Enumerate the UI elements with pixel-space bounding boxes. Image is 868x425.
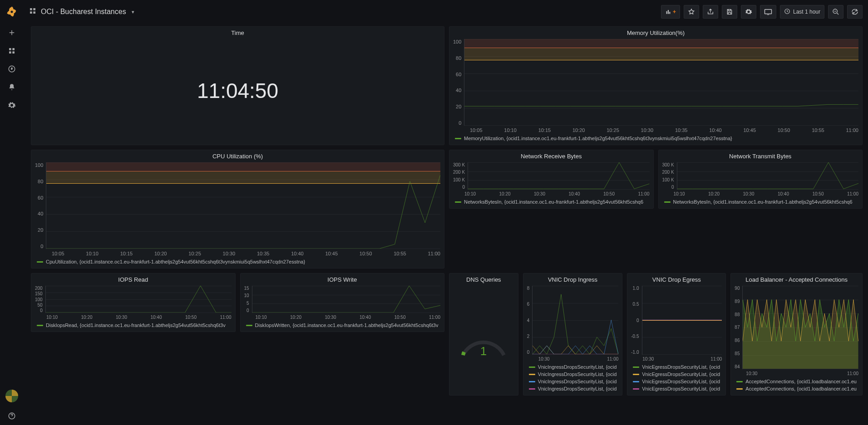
save-button[interactable]: [722, 5, 737, 19]
chevron-down-icon: ▾: [132, 9, 134, 15]
chart-plot[interactable]: [468, 162, 649, 190]
gauge: 1: [453, 286, 514, 392]
x-axis: 10:3011:00: [735, 369, 858, 376]
svg-rect-4: [12, 51, 15, 54]
refresh-button[interactable]: [847, 5, 863, 19]
svg-rect-2: [12, 48, 15, 50]
panel-time[interactable]: Time 11:04:50: [31, 26, 444, 145]
chart-plot[interactable]: [46, 162, 440, 249]
add-panel-button[interactable]: +: [661, 5, 680, 19]
y-axis: 90898887868584: [735, 286, 742, 369]
panel-net-transmit[interactable]: Network Transmit Bytes 300 K200 K100 K0 …: [658, 150, 863, 209]
legend: AcceptedConnections, {ocid1.loadbalancer…: [735, 376, 858, 392]
svg-rect-9: [30, 11, 32, 14]
panel-title: Network Receive Bytes: [449, 150, 653, 161]
chart-plot[interactable]: [532, 286, 618, 355]
help-icon[interactable]: [0, 407, 24, 425]
x-axis: 10:1010:2010:3010:4010:5011:00: [453, 190, 650, 196]
legend: DiskIopsRead, {ocid1.instance.oc1.eu-fra…: [35, 320, 232, 329]
panel-title: Time: [31, 27, 444, 37]
y-axis: 151050: [244, 286, 252, 313]
explore-icon[interactable]: [0, 60, 24, 78]
svg-rect-8: [33, 8, 35, 10]
panel-title: Network Transmit Bytes: [659, 150, 863, 161]
x-axis: 10:1010:2010:3010:4010:5011:00: [244, 313, 441, 320]
dashboard-grid: Time 11:04:50 Memory Utilization(%) 1008…: [31, 26, 863, 420]
grafana-logo-icon[interactable]: [0, 0, 24, 24]
time-range-label: Last 1 hour: [793, 9, 820, 15]
gauge-value: 1: [480, 344, 487, 358]
x-axis: 10:3011:00: [527, 355, 619, 361]
svg-rect-1: [9, 48, 11, 50]
chart-plot[interactable]: [677, 162, 858, 190]
panel-load-balancer[interactable]: Load Balancer - Accepted Connections 908…: [730, 273, 863, 396]
panel-dns-queries[interactable]: DNS Queries 1: [449, 273, 518, 396]
cycle-view-button[interactable]: [760, 5, 776, 19]
svg-point-0: [10, 10, 13, 13]
panel-vnic-egress[interactable]: VNIC Drop Egress 1.00.50-0.5-1.0 10:3011…: [627, 273, 726, 396]
legend: MemoryUtilization, {ocid1.instance.oc1.e…: [453, 133, 858, 142]
x-axis: 10:1010:2010:3010:4010:5011:00: [35, 313, 232, 320]
panel-title: VNIC Drop Ingress: [523, 274, 622, 284]
y-axis: 86420: [527, 286, 533, 355]
configuration-icon[interactable]: [0, 96, 24, 114]
svg-rect-14: [764, 10, 771, 14]
y-axis: 100806040200: [453, 39, 464, 126]
topbar: OCI - Bucharest Instances ▾ + Last 1 hou…: [24, 0, 868, 24]
chart-plot[interactable]: [45, 286, 232, 313]
dashboard-title: OCI - Bucharest Instances: [41, 8, 126, 16]
chart-plot[interactable]: [464, 39, 858, 126]
panel-net-receive[interactable]: Network Receive Bytes 300 K200 K100 K0 1…: [449, 150, 654, 209]
clock-value: 11:04:50: [35, 39, 440, 142]
chart-plot[interactable]: [742, 286, 858, 369]
dashboard-title-button[interactable]: OCI - Bucharest Instances ▾: [29, 7, 134, 16]
dashboards-icon[interactable]: [0, 42, 24, 60]
star-button[interactable]: [684, 5, 699, 19]
chart-plot[interactable]: [642, 286, 722, 355]
legend: CpuUtilization, {ocid1.instance.oc1.eu-f…: [35, 256, 440, 265]
y-axis: 1.00.50-0.5-1.0: [631, 286, 641, 355]
x-axis: 10:0510:1010:1510:2010:2510:3010:3510:40…: [453, 126, 858, 133]
svg-rect-12: [668, 10, 669, 14]
legend: VnicIngressDropsSecurityList, {ocidVnicI…: [527, 361, 619, 392]
svg-rect-11: [666, 11, 667, 14]
panel-title: CPU Utilization (%): [31, 150, 444, 161]
right-col-row2: Network Receive Bytes 300 K200 K100 K0 1…: [449, 150, 863, 269]
panel-memory[interactable]: Memory Utilization(%) 100806040200 10:05…: [449, 26, 863, 145]
panel-title: IOPS Write: [241, 274, 444, 284]
legend: VnicEgressDropsSecurityList, {ocidVnicEg…: [631, 361, 722, 392]
svg-rect-13: [669, 12, 670, 14]
alerting-icon[interactable]: [0, 78, 24, 96]
svg-rect-3: [9, 51, 11, 54]
y-axis: 300 K200 K100 K0: [662, 162, 677, 190]
create-icon[interactable]: [0, 24, 24, 42]
panel-title: Load Balancer - Accepted Connections: [731, 274, 862, 284]
time-range-button[interactable]: Last 1 hour: [780, 5, 824, 19]
share-button[interactable]: [703, 5, 718, 19]
panel-iops-read[interactable]: IOPS Read 200150100500 10:1010:2010:3010…: [31, 273, 236, 332]
panel-title: IOPS Read: [31, 274, 235, 284]
legend: NetworksBytesIn, {ocid1.instance.oc1.eu-…: [662, 196, 859, 205]
x-axis: 10:0510:1010:1510:2010:2510:3010:3510:40…: [35, 249, 440, 256]
legend: DiskIopsWritten, {ocid1.instance.oc1.eu-…: [244, 320, 441, 329]
settings-button[interactable]: [741, 5, 756, 19]
avatar[interactable]: [5, 390, 18, 402]
x-axis: 10:3011:00: [631, 355, 722, 361]
legend: NetworksBytesIn, {ocid1.instance.oc1.eu-…: [453, 196, 650, 205]
clock-icon: [784, 8, 790, 16]
svg-rect-7: [30, 8, 32, 10]
panel-vnic-ingress[interactable]: VNIC Drop Ingress 86420 10:3011:00 VnicI…: [523, 273, 623, 396]
svg-rect-10: [33, 11, 35, 14]
y-axis: 200150100500: [35, 286, 45, 313]
panel-iops-write[interactable]: IOPS Write 151050 10:1010:2010:3010:4010…: [240, 273, 445, 332]
chart-plot[interactable]: [252, 286, 440, 313]
x-axis: 10:1010:2010:3010:4010:5011:00: [662, 190, 859, 196]
panel-cpu[interactable]: CPU Utilization (%) 100806040200 10:0510…: [31, 150, 444, 269]
zoom-out-button[interactable]: [828, 5, 843, 19]
panel-title: VNIC Drop Egress: [627, 274, 725, 284]
left-nav: [0, 0, 24, 425]
panel-title: Memory Utilization(%): [449, 27, 862, 37]
dashboard-grid-icon: [29, 7, 36, 16]
y-axis: 100806040200: [35, 162, 46, 249]
y-axis: 300 K200 K100 K0: [453, 162, 468, 190]
